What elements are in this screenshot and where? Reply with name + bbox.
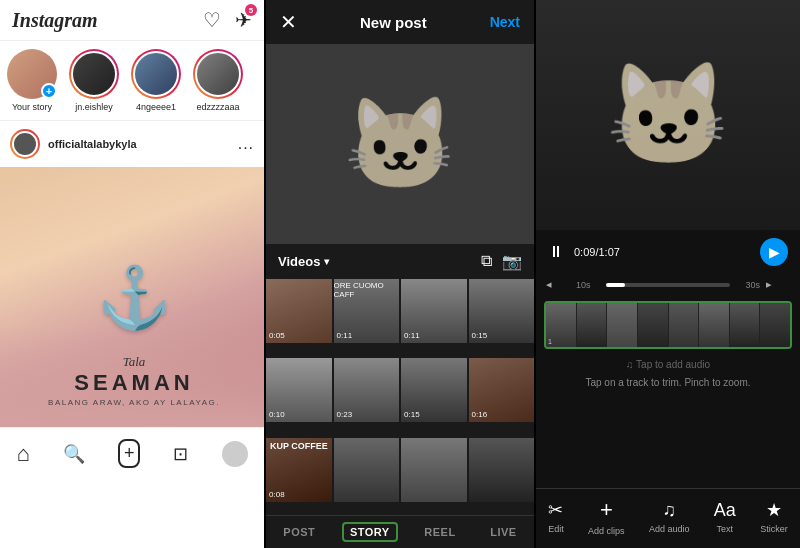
timeline-track[interactable]: [606, 283, 730, 287]
trim-hint: Tap on a track to trim. Pinch to zoom.: [536, 374, 800, 391]
editor-video-preview: 🐱: [536, 0, 800, 230]
thumb-time-4: 0:15: [472, 331, 488, 340]
total-time: 1:07: [598, 246, 619, 258]
gallery-action-icons: ⧉ 📷: [481, 252, 522, 271]
new-post-panel: ✕ New post Next 🐱 Videos ▾ ⧉ 📷 0:05 ORE …: [266, 0, 534, 548]
gallery-thumb-12[interactable]: [469, 438, 535, 502]
header-icons: ♡ ✈ 5: [203, 8, 252, 32]
story-avatar-wrap-1: [69, 49, 119, 99]
timeline-back-icon[interactable]: ◂: [546, 278, 570, 291]
edit-icon: ✂: [548, 499, 563, 521]
tab-live[interactable]: LIVE: [482, 522, 524, 542]
thumb-time-2: 0:11: [337, 331, 353, 340]
strip-frame-6: [699, 303, 729, 347]
post-preview-area: 🐱: [266, 44, 534, 244]
gallery-thumb-10[interactable]: [334, 438, 400, 502]
home-nav-button[interactable]: ⌂: [17, 441, 30, 467]
add-clips-nav-item[interactable]: + Add clips: [588, 497, 625, 536]
gallery-label[interactable]: Videos ▾: [278, 254, 329, 269]
video-editor-panel: 🐱 ⏸ 0:09/1:07 ▶ ◂ 10s 30s ▸ 1: [536, 0, 800, 548]
sticker-nav-item[interactable]: ★ Sticker: [760, 499, 788, 534]
timeline-forward-icon[interactable]: ▸: [766, 278, 790, 291]
gallery-grid: 0:05 ORE CUOMO CAFF 0:11 0:11 0:15 0:10 …: [266, 279, 534, 515]
strip-frame-2: [577, 303, 607, 347]
bottom-navigation: ⌂ 🔍 + ⊡: [0, 427, 264, 483]
edit-nav-item[interactable]: ✂ Edit: [548, 499, 564, 534]
cat-video-bg: 🐱: [536, 0, 800, 230]
gallery-thumb-4[interactable]: 0:15: [469, 279, 535, 343]
post-header: officialtalabykyla ...: [0, 121, 264, 167]
gallery-thumb-3[interactable]: 0:11: [401, 279, 467, 343]
close-button[interactable]: ✕: [280, 10, 297, 34]
post-more-button[interactable]: ...: [238, 135, 254, 153]
profile-nav-button[interactable]: [222, 441, 248, 467]
thumb-label-2: ORE CUOMO CAFF: [334, 281, 397, 299]
story-name-1: jn.eishley: [75, 102, 113, 112]
text-label: Text: [717, 524, 734, 534]
post-type-tabs: POST STORY REEL LIVE: [266, 515, 534, 548]
tab-reel[interactable]: REEL: [416, 522, 463, 542]
audio-hint[interactable]: ♫ Tap to add audio: [536, 355, 800, 374]
text-nav-item[interactable]: Aa Text: [714, 500, 736, 534]
playback-controls: ⏸ 0:09/1:07 ▶: [536, 230, 800, 274]
post-text-overlay: Tala SEAMAN BALANG ARAW, AKO AY LALAYAG.: [0, 354, 264, 407]
gallery-thumb-6[interactable]: 0:23: [334, 358, 400, 422]
gallery-thumb-5[interactable]: 0:10: [266, 358, 332, 422]
chevron-down-icon: ▾: [324, 256, 329, 267]
gallery-thumb-8[interactable]: 0:16: [469, 358, 535, 422]
timeline-end-label: 30s: [736, 280, 760, 290]
strip-frame-1: 1: [546, 303, 576, 347]
add-clips-label: Add clips: [588, 526, 625, 536]
instagram-logo: Instagram: [12, 9, 98, 32]
add-post-button[interactable]: +: [118, 439, 141, 468]
notification-badge: 5: [245, 4, 257, 16]
your-story-avatar-wrap: +: [7, 49, 57, 99]
reels-nav-button[interactable]: ⊡: [173, 443, 188, 465]
story-name-3: edzzzzaaa: [196, 102, 239, 112]
story-avatar-wrap-3: [193, 49, 243, 99]
story-item-3[interactable]: edzzzzaaa: [192, 49, 244, 112]
story-item-1[interactable]: jn.eishley: [68, 49, 120, 112]
strip-frame-8: [760, 303, 790, 347]
gallery-thumb-2[interactable]: ORE CUOMO CAFF 0:11: [334, 279, 400, 343]
anchor-icon: ⚓: [97, 262, 172, 333]
story-item-2[interactable]: 4ngeeee1: [130, 49, 182, 112]
trim-hint-text: Tap on a track to trim. Pinch to zoom.: [585, 377, 750, 388]
feed-panel: Instagram ♡ ✈ 5 + Your story jn.eishley: [0, 0, 264, 548]
post-title: SEAMAN: [0, 370, 264, 396]
timeline-bar: ◂ 10s 30s ▸: [536, 274, 800, 295]
messenger-icon[interactable]: ✈ 5: [235, 8, 252, 32]
search-nav-button[interactable]: 🔍: [63, 443, 85, 465]
thumb-time-3: 0:11: [404, 331, 420, 340]
post-subtitle: BALANG ARAW, AKO AY LALAYAG.: [0, 398, 264, 407]
tab-post[interactable]: POST: [275, 522, 323, 542]
thumb-time-7: 0:15: [404, 410, 420, 419]
story-name-2: 4ngeeee1: [136, 102, 176, 112]
new-post-title: New post: [360, 14, 427, 31]
story-avatar-wrap-2: [131, 49, 181, 99]
next-clip-button[interactable]: ▶: [760, 238, 788, 266]
story-avatar-2: [133, 51, 179, 97]
gallery-label-text: Videos: [278, 254, 320, 269]
next-button[interactable]: Next: [490, 14, 520, 30]
multi-select-icon[interactable]: ⧉: [481, 252, 492, 271]
feed-header: Instagram ♡ ✈ 5: [0, 0, 264, 41]
tab-story[interactable]: STORY: [342, 522, 398, 542]
kup-label: KUP COFFEE: [270, 441, 328, 451]
camera-icon[interactable]: 📷: [502, 252, 522, 271]
gallery-thumb-7[interactable]: 0:15: [401, 358, 467, 422]
editor-bottom-nav: ✂ Edit + Add clips ♫ Add audio Aa Text ★…: [536, 488, 800, 548]
your-story-item[interactable]: + Your story: [6, 49, 58, 112]
pause-button[interactable]: ⏸: [548, 243, 564, 261]
edit-label: Edit: [548, 524, 564, 534]
video-strip[interactable]: 1: [544, 301, 792, 349]
add-audio-nav-item[interactable]: ♫ Add audio: [649, 500, 690, 534]
gallery-thumb-1[interactable]: 0:05: [266, 279, 332, 343]
post-username[interactable]: officialtalabykyla: [48, 138, 230, 150]
gallery-thumb-11[interactable]: [401, 438, 467, 502]
thumb-time-8: 0:16: [472, 410, 488, 419]
heart-icon[interactable]: ♡: [203, 8, 221, 32]
thumb-time-1: 0:05: [269, 331, 285, 340]
gallery-thumb-9[interactable]: KUP COFFEE 0:08: [266, 438, 332, 502]
text-icon: Aa: [714, 500, 736, 521]
